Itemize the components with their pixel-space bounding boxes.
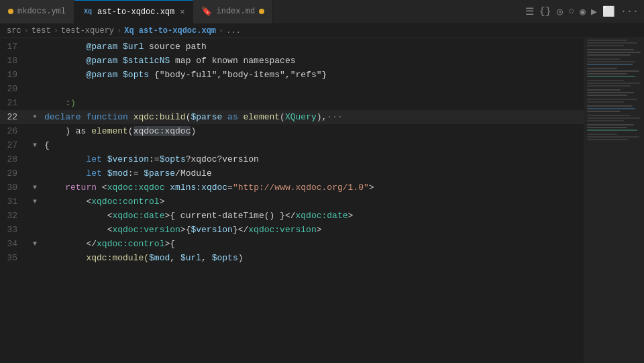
- tab-icon-xq: Xq: [83, 7, 93, 16]
- line-num-26: 26: [0, 124, 28, 138]
- breadcrumb-test-xquery[interactable]: test-xquery: [61, 26, 114, 36]
- collapse-34[interactable]: ▼: [33, 237, 37, 251]
- code-31: <xqdoc:control>: [42, 195, 584, 209]
- code-27: {: [42, 138, 584, 152]
- line-num-18: 18: [0, 54, 28, 68]
- line-num-34: 34: [0, 237, 28, 251]
- code-17: @param $url source path: [42, 40, 584, 54]
- line-num-30: 30: [0, 180, 28, 195]
- toolbar-right: ☰ {} ◎ ○ ◉ ▶ ⬜ ···: [525, 5, 644, 18]
- line-num-31: 31: [0, 195, 28, 209]
- line-num-33: 33: [0, 223, 28, 237]
- collapse-27[interactable]: ▼: [33, 138, 37, 152]
- collapse-30[interactable]: ▼: [33, 180, 37, 195]
- breadcrumb-sep-2: ›: [54, 26, 58, 36]
- breadcrumb: src › test › test-xquery › Xq ast-to-xqd…: [0, 23, 644, 38]
- toolbar-play-icon[interactable]: ▶: [591, 5, 597, 18]
- line-29: 29 let $mod:= $parse/Module: [0, 166, 584, 180]
- breadcrumb-dots: ...: [226, 26, 241, 36]
- editor: 17 @param $url source path 18 @param $st…: [0, 38, 644, 363]
- line-17: 17 @param $url source path: [0, 40, 584, 54]
- toolbar-dot-circle-icon[interactable]: ◉: [580, 5, 586, 18]
- line-28: 28 let $version:=$opts?xqdoc?version: [0, 152, 584, 166]
- toolbar-list-icon[interactable]: ☰: [525, 5, 534, 18]
- breadcrumb-sep-1: ›: [24, 26, 29, 36]
- toolbar-circle-icon[interactable]: ○: [568, 6, 574, 17]
- line-33: 33 <xqdoc:version>{$version}</xqdoc:vers…: [0, 223, 584, 237]
- breadcrumb-sep-4: ›: [219, 26, 223, 36]
- gutter-31[interactable]: ▼: [28, 195, 42, 209]
- toolbar-braces-icon[interactable]: {}: [539, 6, 551, 17]
- collapse-31[interactable]: ▼: [33, 195, 37, 209]
- toolbar-split-icon[interactable]: ⬜: [602, 5, 615, 18]
- tab-label-index: index.md: [216, 7, 255, 16]
- line-18: 18 @param $staticNS map of known namespa…: [0, 54, 584, 68]
- minimap[interactable]: [584, 38, 644, 363]
- code-28: let $version:=$opts?xqdoc?version: [42, 152, 584, 166]
- minimap-content: [584, 38, 644, 363]
- gutter-30[interactable]: ▼: [28, 180, 42, 195]
- line-30: 30 ▼ return <xqdoc:xqdoc xmlns:xqdoc="ht…: [0, 180, 584, 195]
- gutter-22: ●: [28, 110, 42, 124]
- line-26: 26 ) as element(xqdoc:xqdoc): [0, 124, 584, 138]
- code-32: <xqdoc:date>{ current-dateTime() }</xqdo…: [42, 209, 584, 223]
- line-num-20: 20: [0, 82, 28, 96]
- line-num-21: 21: [0, 96, 28, 110]
- line-22: 22 ● declare function xqdc:build($parse …: [0, 110, 584, 124]
- tab-label-mkdocs: mkdocs.yml: [17, 7, 66, 16]
- code-18: @param $staticNS map of known namespaces: [42, 54, 584, 68]
- code-area: 17 @param $url source path 18 @param $st…: [0, 38, 584, 363]
- tab-index[interactable]: 🔖 index.md: [193, 0, 273, 23]
- code-29: let $mod:= $parse/Module: [42, 166, 584, 180]
- line-20: 20: [0, 82, 584, 96]
- line-19: 19 @param $opts {"body-full","body-items…: [0, 68, 584, 82]
- debug-icon-22[interactable]: ●: [33, 110, 36, 124]
- line-31: 31 ▼ <xqdoc:control>: [0, 195, 584, 209]
- svg-rect-34: [584, 38, 644, 363]
- line-num-27: 27: [0, 138, 28, 152]
- line-num-35: 35: [0, 251, 28, 265]
- breadcrumb-src[interactable]: src: [7, 26, 21, 36]
- tab-close-ast[interactable]: ✕: [180, 7, 184, 17]
- code-21: :): [42, 96, 584, 110]
- breadcrumb-file[interactable]: Xq ast-to-xqdoc.xqm: [124, 26, 216, 36]
- code-22: declare function xqdc:build($parse as el…: [42, 110, 584, 124]
- tab-ast[interactable]: Xq ast-to-xqdoc.xqm ✕: [74, 0, 193, 23]
- gutter-27[interactable]: ▼: [28, 138, 42, 152]
- code-30: return <xqdoc:xqdoc xmlns:xqdoc="http://…: [42, 180, 584, 195]
- code-26: ) as element(xqdoc:xqdoc): [42, 124, 584, 138]
- breadcrumb-sep-3: ›: [117, 26, 121, 36]
- tab-bar: mkdocs.yml Xq ast-to-xqdoc.xqm ✕ 🔖 index…: [0, 0, 644, 23]
- tab-mkdocs[interactable]: mkdocs.yml: [0, 0, 74, 23]
- code-33: <xqdoc:version>{$version}</xqdoc:version…: [42, 223, 584, 237]
- line-27: 27 ▼ {: [0, 138, 584, 152]
- line-num-19: 19: [0, 68, 28, 82]
- line-num-22: 22: [0, 110, 28, 124]
- code-20: [42, 82, 584, 96]
- line-num-28: 28: [0, 152, 28, 166]
- code-19: @param $opts {"body-full","body-items","…: [42, 68, 584, 82]
- line-32: 32 <xqdoc:date>{ current-dateTime() }</x…: [0, 209, 584, 223]
- code-34: </xqdoc:control>{: [42, 237, 584, 251]
- code-35: xqdc:module($mod, $url, $opts): [42, 251, 584, 265]
- line-34: 34 ▼ </xqdoc:control>{: [0, 237, 584, 251]
- line-num-17: 17: [0, 40, 28, 54]
- tab-label-ast: ast-to-xqdoc.xqm: [97, 7, 174, 17]
- line-35: 35 xqdc:module($mod, $url, $opts): [0, 251, 584, 265]
- toolbar-target-icon[interactable]: ◎: [557, 5, 563, 18]
- line-21: 21 :): [0, 96, 584, 110]
- gutter-34[interactable]: ▼: [28, 237, 42, 251]
- tab-modified-dot-index: [259, 9, 264, 14]
- tab-icon-md: 🔖: [201, 6, 212, 17]
- line-num-29: 29: [0, 166, 28, 180]
- tab-modified-dot: [8, 9, 13, 14]
- toolbar-more-icon[interactable]: ···: [621, 6, 639, 17]
- line-num-32: 32: [0, 209, 28, 223]
- breadcrumb-test[interactable]: test: [32, 26, 51, 36]
